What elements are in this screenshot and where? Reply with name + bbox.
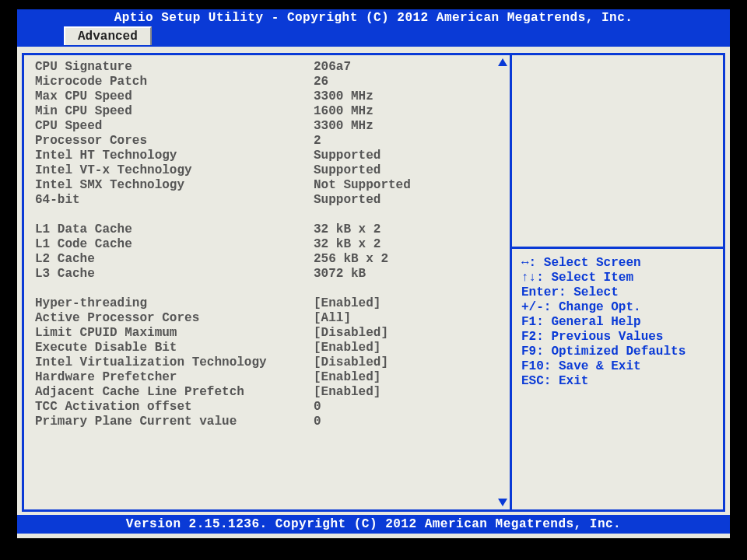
cache-row: L1 Code Cache32 kB x 2 bbox=[35, 237, 510, 252]
scroll-down-icon[interactable] bbox=[498, 499, 507, 506]
cache-value: 256 kB x 2 bbox=[314, 252, 477, 267]
info-label: Intel SMX Technology bbox=[35, 178, 314, 193]
settings-pane: CPU Signature206a7Microcode Patch26Max C… bbox=[24, 55, 510, 509]
info-row: Microcode Patch26 bbox=[35, 75, 510, 89]
help-divider bbox=[512, 247, 723, 249]
info-label: Intel VT-x Technology bbox=[35, 163, 314, 178]
scroll-up-icon[interactable] bbox=[498, 58, 507, 66]
info-label: 64-bit bbox=[35, 193, 314, 208]
info-label: Min CPU Speed bbox=[35, 104, 314, 119]
info-label: Processor Cores bbox=[35, 134, 314, 149]
info-value: Supported bbox=[314, 193, 477, 208]
cache-value: 32 kB x 2 bbox=[314, 222, 477, 237]
settings-label: Intel Virtualization Technology bbox=[35, 355, 314, 370]
info-value: 2 bbox=[314, 134, 477, 149]
settings-value[interactable]: [Disabled] bbox=[314, 326, 477, 341]
settings-value[interactable]: 0 bbox=[314, 415, 477, 429]
scrollbar[interactable] bbox=[498, 58, 507, 506]
settings-value[interactable]: [Enabled] bbox=[314, 385, 477, 400]
info-label: Intel HT Technology bbox=[35, 149, 314, 163]
info-value: Not Supported bbox=[314, 178, 477, 193]
cache-row: L3 Cache3072 kB bbox=[35, 267, 510, 282]
info-label: CPU Speed bbox=[35, 119, 314, 134]
cache-value: 3072 kB bbox=[314, 267, 477, 282]
info-row: Processor Cores2 bbox=[35, 134, 510, 149]
settings-label: Execute Disable Bit bbox=[35, 341, 314, 355]
help-f1: F1: General Help bbox=[521, 315, 718, 330]
help-select-screen: ↔: Select Screen bbox=[521, 256, 718, 271]
help-change-opt: +/-: Change Opt. bbox=[521, 300, 718, 315]
info-row: Intel VT-x TechnologySupported bbox=[35, 163, 510, 178]
info-label: Max CPU Speed bbox=[35, 89, 314, 104]
tab-advanced[interactable]: Advanced bbox=[64, 26, 152, 45]
help-select-item: ↑↓: Select Item bbox=[521, 271, 718, 285]
settings-value[interactable]: [Enabled] bbox=[314, 296, 477, 311]
info-row: 64-bitSupported bbox=[35, 193, 510, 208]
settings-row[interactable]: Active Processor Cores[All] bbox=[35, 311, 510, 326]
settings-label: Primary Plane Current value bbox=[35, 415, 314, 429]
settings-value[interactable]: 0 bbox=[314, 400, 477, 415]
settings-label: Hardware Prefetcher bbox=[35, 370, 314, 385]
tab-row: Advanced bbox=[17, 26, 730, 47]
info-row: Max CPU Speed3300 MHz bbox=[35, 89, 510, 104]
bios-screen: Aptio Setup Utility - Copyright (C) 2012… bbox=[17, 9, 730, 538]
settings-row[interactable]: Primary Plane Current value0 bbox=[35, 415, 510, 429]
info-label: CPU Signature bbox=[35, 60, 314, 75]
info-value: 3300 MHz bbox=[314, 89, 477, 104]
info-row: CPU Signature206a7 bbox=[35, 60, 510, 75]
info-row: Intel SMX TechnologyNot Supported bbox=[35, 178, 510, 193]
cache-value: 32 kB x 2 bbox=[314, 237, 477, 252]
info-value: 206a7 bbox=[314, 60, 477, 75]
info-value: 26 bbox=[314, 75, 477, 89]
info-value: 3300 MHz bbox=[314, 119, 477, 134]
settings-row[interactable]: Execute Disable Bit[Enabled] bbox=[35, 341, 510, 355]
help-f10: F10: Save & Exit bbox=[521, 359, 718, 374]
settings-row[interactable]: Limit CPUID Maximum[Disabled] bbox=[35, 326, 510, 341]
info-row: Min CPU Speed1600 MHz bbox=[35, 104, 510, 119]
cache-row: L2 Cache256 kB x 2 bbox=[35, 252, 510, 267]
info-value: Supported bbox=[314, 149, 477, 163]
settings-label: Active Processor Cores bbox=[35, 311, 314, 326]
help-f9: F9: Optimized Defaults bbox=[521, 345, 718, 359]
help-esc: ESC: Exit bbox=[521, 374, 718, 389]
info-label: Microcode Patch bbox=[35, 75, 314, 89]
info-value: Supported bbox=[314, 163, 477, 178]
info-row: CPU Speed3300 MHz bbox=[35, 119, 510, 134]
settings-label: TCC Activation offset bbox=[35, 400, 314, 415]
cache-label: L1 Code Cache bbox=[35, 237, 314, 252]
settings-row[interactable]: TCC Activation offset0 bbox=[35, 400, 510, 415]
settings-row[interactable]: Hyper-threading[Enabled] bbox=[35, 296, 510, 311]
settings-row[interactable]: Intel Virtualization Technology[Disabled… bbox=[35, 355, 510, 370]
cache-label: L3 Cache bbox=[35, 267, 314, 282]
settings-label: Hyper-threading bbox=[35, 296, 314, 311]
help-f2: F2: Previous Values bbox=[521, 330, 718, 345]
help-pane: ↔: Select Screen ↑↓: Select Item Enter: … bbox=[512, 55, 723, 509]
settings-value[interactable]: [Disabled] bbox=[314, 355, 477, 370]
footer-version: Version 2.15.1236. Copyright (C) 2012 Am… bbox=[17, 515, 730, 534]
help-keys: ↔: Select Screen ↑↓: Select Item Enter: … bbox=[521, 256, 718, 389]
settings-label: Limit CPUID Maximum bbox=[35, 326, 314, 341]
header-title: Aptio Setup Utility - Copyright (C) 2012… bbox=[17, 9, 730, 26]
settings-row[interactable]: Adjacent Cache Line Prefetch[Enabled] bbox=[35, 385, 510, 400]
info-row: Intel HT TechnologySupported bbox=[35, 149, 510, 163]
settings-value[interactable]: [All] bbox=[314, 311, 477, 326]
cache-row: L1 Data Cache32 kB x 2 bbox=[35, 222, 510, 237]
main-frame: CPU Signature206a7Microcode Patch26Max C… bbox=[22, 53, 725, 512]
settings-value[interactable]: [Enabled] bbox=[314, 370, 477, 385]
settings-row[interactable]: Hardware Prefetcher[Enabled] bbox=[35, 370, 510, 385]
settings-label: Adjacent Cache Line Prefetch bbox=[35, 385, 314, 400]
help-enter: Enter: Select bbox=[521, 285, 718, 300]
cache-label: L1 Data Cache bbox=[35, 222, 314, 237]
settings-value[interactable]: [Enabled] bbox=[314, 341, 477, 355]
info-value: 1600 MHz bbox=[314, 104, 477, 119]
cache-label: L2 Cache bbox=[35, 252, 314, 267]
